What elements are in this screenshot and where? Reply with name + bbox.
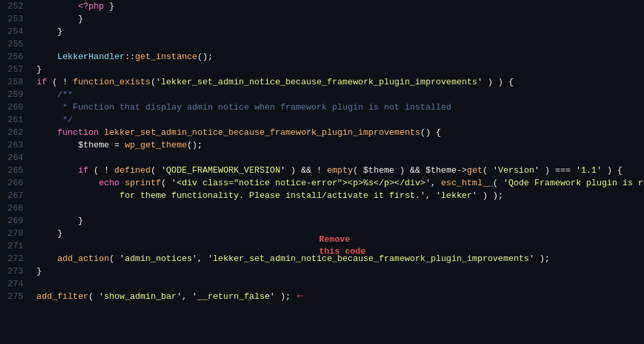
- code-line: * Function that display admin notice whe…: [37, 101, 644, 114]
- code-line: function lekker_set_admin_notice_because…: [37, 126, 644, 139]
- code-line: }: [37, 215, 644, 227]
- code-line: [37, 278, 644, 290]
- code-line: }: [37, 63, 644, 76]
- code-line: [37, 151, 644, 164]
- code-line: */: [37, 114, 644, 126]
- code-line: echo sprintf( '<div class="notice notice…: [37, 177, 644, 189]
- line-number: 265: [7, 164, 23, 177]
- line-number: 266: [7, 177, 23, 189]
- line-number: 270: [7, 227, 23, 240]
- line-number: 273: [7, 265, 23, 278]
- line-number: 257: [7, 63, 23, 76]
- code-editor: 2522532542552562572582592602612622632642…: [0, 0, 644, 344]
- line-number: 253: [7, 13, 23, 25]
- line-number: 258: [7, 76, 23, 88]
- code-line: /**: [37, 88, 644, 101]
- code-content: <?php } } } LekkerHandler::get_instance(…: [30, 0, 644, 344]
- code-line: <?php }: [37, 0, 644, 13]
- code-line: $theme = wp_get_theme();: [37, 139, 644, 151]
- line-number: 254: [7, 25, 23, 38]
- annotation-text: Remove this code: [319, 234, 366, 258]
- line-number: 263: [7, 139, 23, 151]
- line-numbers: 2522532542552562572582592602612622632642…: [0, 0, 30, 344]
- line-number: 256: [7, 50, 23, 63]
- line-number: 260: [7, 101, 23, 114]
- line-number: 259: [7, 88, 23, 101]
- line-number: 269: [7, 215, 23, 227]
- code-line: }: [37, 25, 644, 38]
- code-line: if ( ! function_exists('lekker_set_admin…: [37, 76, 644, 88]
- line-number: 261: [7, 114, 23, 126]
- code-line: [37, 202, 644, 215]
- line-number: 275: [7, 290, 23, 303]
- code-line: }: [37, 13, 644, 25]
- line-number: 267: [7, 189, 23, 202]
- line-number: 262: [7, 126, 23, 139]
- line-number: 264: [7, 151, 23, 164]
- line-number: 272: [7, 252, 23, 265]
- code-line: }: [37, 265, 644, 278]
- code-line: add_filter( 'show_admin_bar', '__return_…: [37, 290, 644, 303]
- code-line: [37, 38, 644, 50]
- line-number: 268: [7, 202, 23, 215]
- code-line: for theme functionality. Please install/…: [37, 189, 644, 202]
- line-number: 252: [7, 0, 23, 13]
- line-number: 255: [7, 38, 23, 50]
- line-number: 274: [7, 278, 23, 290]
- line-number: 271: [7, 240, 23, 252]
- code-line: LekkerHandler::get_instance();: [37, 50, 644, 63]
- code-line: if ( ! defined( 'QODE_FRAMEWORK_VERSION'…: [37, 164, 644, 177]
